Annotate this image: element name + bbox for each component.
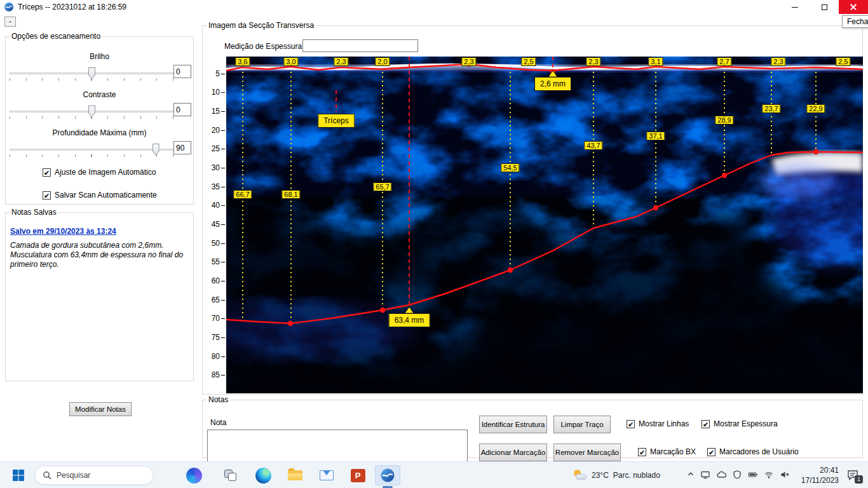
fat-thickness-label: 2,5	[521, 57, 536, 66]
folder-icon	[288, 470, 302, 480]
close-button[interactable]	[839, 0, 868, 14]
depth-tick-label: 10	[212, 88, 220, 97]
muscle-thickness-label: 28,9	[715, 116, 733, 125]
contrast-slider[interactable]	[10, 105, 173, 119]
identify-structure-button[interactable]: Identificar Estrutura	[479, 416, 547, 433]
weather-icon	[573, 469, 587, 482]
remove-marker-button[interactable]: Remover Marcação	[553, 444, 621, 461]
volume-muted-icon[interactable]	[780, 470, 790, 480]
muscle-thickness-label: 68,1	[281, 190, 300, 199]
fat-thickness-label: 2,5	[836, 57, 850, 66]
window-title: Tríceps -- 20231012 at 18:26:59	[18, 3, 126, 11]
ultrasound-app-icon	[380, 468, 395, 483]
thickness-callout: 2,6 mm	[534, 77, 571, 91]
bx-marker-checkbox[interactable]: ✔ Marcação BX	[638, 447, 696, 456]
titlebar: Tríceps -- 20231012 at 18:26:59	[0, 0, 868, 14]
slider-track	[10, 149, 173, 151]
muscle-thickness-label: 22,9	[806, 104, 825, 113]
taskbar: Pesquisar P	[0, 461, 868, 488]
depth-tick-label: 45	[212, 220, 220, 229]
saved-note-link[interactable]: Salvo em 29/10/2023 às 13:24	[10, 227, 116, 236]
battery-icon[interactable]	[748, 470, 758, 480]
auto-image-checkbox[interactable]: ✔ Ajuste de Imagem Automático	[43, 168, 156, 177]
ultrasound-image[interactable]: 3,63,02,32,02,32,52,33,12,72,32,566,768,…	[226, 57, 863, 393]
edge-button[interactable]	[252, 465, 275, 485]
max-depth-slider[interactable]	[10, 144, 173, 158]
depth-tick-label: 75	[212, 333, 220, 342]
collapse-panel-button[interactable]: -	[4, 17, 16, 27]
notes-title: Notas	[207, 395, 230, 404]
checkbox-box: ✔	[707, 448, 715, 456]
ultrasound-app-button[interactable]	[375, 465, 400, 485]
muscle-thickness-label: 43,7	[584, 141, 602, 150]
checkbox-box: ✔	[638, 448, 646, 456]
image-section-title: Imagem da Secção Transversa	[207, 21, 316, 30]
slider-ticks	[10, 154, 173, 157]
maximize-button[interactable]	[810, 0, 839, 14]
checkbox-label: Mostrar Espessura	[714, 419, 778, 428]
show-thickness-checkbox[interactable]: ✔ Mostrar Espessura	[702, 419, 778, 428]
muscle-thickness-label: 23,7	[762, 104, 780, 113]
cast-display-icon[interactable]	[700, 470, 710, 480]
copilot-button[interactable]	[183, 465, 205, 485]
scan-options-title: Opções de escaneamento	[10, 32, 102, 41]
depth-tick-label: 60	[212, 276, 220, 285]
maximize-icon	[822, 4, 827, 10]
structure-name-label: Tríceps	[318, 114, 355, 128]
start-button[interactable]	[8, 465, 29, 485]
search-icon	[43, 471, 51, 480]
muscle-thickness-label: 65,7	[373, 182, 391, 191]
add-marker-button[interactable]: Adicionar Marcação	[479, 444, 547, 461]
saved-notes-title: Notas Salvas	[10, 208, 58, 217]
powerpoint-icon: P	[351, 469, 365, 482]
brightness-label: Brilho	[6, 52, 193, 61]
checkbox-box: ✔	[627, 420, 635, 428]
weather-temp: 23°C	[592, 471, 609, 480]
note-input[interactable]	[207, 430, 468, 465]
weather-condition: Parc. nublado	[613, 471, 660, 480]
file-explorer-button[interactable]	[283, 465, 306, 485]
mail-icon	[320, 470, 334, 480]
app-icon	[4, 2, 14, 12]
fat-thickness-label: 3,1	[648, 57, 663, 66]
modify-notes-button[interactable]: Modificar Notas	[69, 402, 132, 416]
depth-tick-label: 85	[212, 370, 220, 379]
security-shield-icon[interactable]	[732, 470, 742, 480]
weather-widget[interactable]: 23°C Parc. nublado	[573, 466, 660, 484]
chevron-up-icon	[686, 470, 695, 478]
depth-tick-label: 80	[212, 352, 220, 361]
fat-thickness-label: 3,0	[283, 57, 298, 66]
notification-button[interactable]: 1	[846, 468, 862, 482]
fat-thickness-label: 2,0	[375, 57, 390, 66]
user-markers-checkbox[interactable]: ✔ Marcadores de Usuário	[707, 447, 799, 456]
show-lines-checkbox[interactable]: ✔ Mostrar Linhas	[627, 419, 689, 428]
powerpoint-button[interactable]: P	[346, 465, 369, 485]
checkbox-label: Ajuste de Imagem Automático	[55, 168, 156, 177]
muscle-thickness-label: 66,7	[233, 190, 252, 199]
minimize-button[interactable]	[780, 0, 810, 14]
wifi-icon[interactable]	[764, 470, 774, 480]
thickness-measure-input[interactable]	[302, 39, 418, 52]
brightness-slider[interactable]	[10, 67, 173, 81]
checkbox-box: ✔	[702, 420, 710, 428]
muscle-thickness-label: 54,5	[501, 163, 519, 172]
clear-trace-button[interactable]: Limpar Traço	[553, 416, 611, 433]
contrast-value[interactable]	[173, 103, 191, 116]
depth-tick-label: 65	[212, 295, 220, 304]
brightness-value[interactable]	[173, 65, 191, 78]
max-depth-value[interactable]	[173, 141, 191, 154]
thickness-callout: 63,4 mm	[389, 313, 430, 327]
fat-thickness-label: 3,6	[235, 57, 250, 66]
tray-chevron-button[interactable]	[686, 470, 695, 480]
clock[interactable]: 20:41 17/11/2023	[793, 465, 839, 485]
search-box[interactable]: Pesquisar	[34, 466, 154, 485]
depth-tick-label: 35	[212, 182, 220, 191]
onedrive-cloud-icon[interactable]	[716, 470, 726, 480]
auto-save-checkbox[interactable]: ✔ Salvar Scan Automaticamente	[43, 191, 157, 200]
saved-note-text: Camada de gordura subcutânea com 2,6mm. …	[10, 241, 188, 269]
copilot-icon	[186, 468, 202, 484]
depth-tick-label: 30	[212, 163, 220, 172]
mail-button[interactable]	[315, 465, 338, 485]
task-view-button[interactable]	[219, 465, 241, 485]
checkbox-label: Marcadores de Usuário	[719, 447, 799, 456]
